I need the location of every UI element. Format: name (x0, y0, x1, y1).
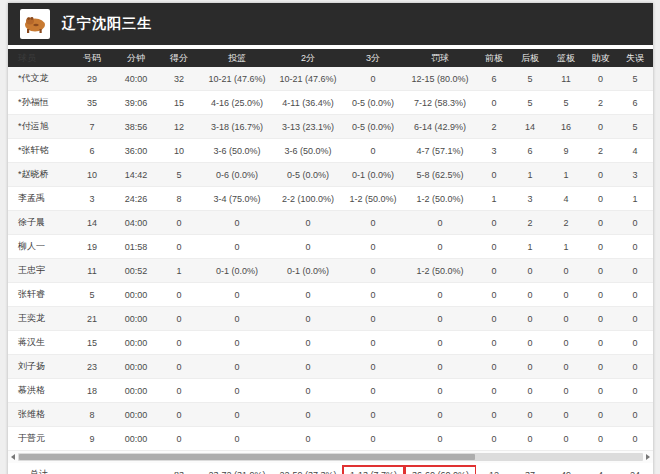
stat-cell: 0 (476, 410, 512, 420)
player-row: 张维格800:000000000000 (8, 403, 653, 427)
stat-cell: 14 (512, 122, 548, 132)
highlighted-stat: 36-60 (60.0%) (404, 465, 476, 474)
stat-cell: 0 (512, 314, 548, 324)
stat-cell: 0 (512, 290, 548, 300)
stat-cell: 19 (70, 242, 114, 252)
player-row: 刘子扬2300:000000000000 (8, 355, 653, 379)
stat-cell: 0 (404, 218, 476, 228)
stat-cell: 10-21 (47.6%) (200, 74, 274, 84)
stat-cell: 3-13 (23.1%) (274, 122, 342, 132)
total-stat-cell: 22-59 (37.3%) (274, 470, 342, 474)
scrollbar-thumb[interactable] (19, 454, 475, 460)
stat-cell: 0 (584, 194, 617, 204)
stat-cell: 0 (476, 98, 512, 108)
stat-cell: 23 (70, 362, 114, 372)
stat-cell: 6-14 (42.9%) (404, 122, 476, 132)
player-name: 张轩睿 (8, 288, 70, 301)
player-name: 刘子扬 (8, 360, 70, 373)
stat-cell: 32 (158, 74, 200, 84)
player-row: 王奕龙2100:000000000000 (8, 307, 653, 331)
stat-cell: 0 (584, 170, 617, 180)
stat-cell: 3-6 (50.0%) (200, 146, 274, 156)
player-row: *孙福恒3539:06154-16 (25.0%)4-11 (36.4%)0-5… (8, 91, 653, 115)
stat-cell: 00:00 (114, 338, 158, 348)
stat-cell: 2 (584, 146, 617, 156)
stat-cell: 0 (200, 386, 274, 396)
player-name: 李孟禹 (8, 192, 70, 205)
scrollbar-left-arrow-icon[interactable] (11, 454, 15, 460)
stat-cell: 0 (617, 314, 653, 324)
stat-cell: 10 (158, 146, 200, 156)
stat-cell: 4-11 (36.4%) (274, 98, 342, 108)
stat-cell: 5 (512, 74, 548, 84)
team-header-bar: 辽宁沈阳三生 (8, 3, 653, 45)
stat-cell: 0 (342, 362, 404, 372)
player-row: *张轩铭636:00103-6 (50.0%)3-6 (50.0%)04-7 (… (8, 139, 653, 163)
stat-cell: 10-21 (47.6%) (274, 74, 342, 84)
stat-cell: 0 (476, 362, 512, 372)
stat-cell: 0 (404, 242, 476, 252)
stat-cell: 10 (70, 170, 114, 180)
scrollbar-right-arrow-icon[interactable] (646, 454, 650, 460)
player-name: *孙福恒 (8, 96, 70, 109)
total-stat-cell: 1-13 (7.7%) (342, 465, 404, 474)
stat-cell: 0 (342, 218, 404, 228)
stat-cell: 0 (200, 362, 274, 372)
stat-cell: 12-15 (80.0%) (404, 74, 476, 84)
stat-cell: 1 (617, 194, 653, 204)
total-stat-cell: 23-72 (31.9%) (200, 470, 274, 474)
stat-cell: 0 (512, 386, 548, 396)
stat-cell: 4 (617, 146, 653, 156)
player-name: 王奕龙 (8, 312, 70, 325)
stat-cell: 0-5 (0.0%) (342, 98, 404, 108)
stat-cell: 6 (70, 146, 114, 156)
stat-cell: 0 (617, 266, 653, 276)
stat-cell: 0 (617, 410, 653, 420)
player-row: 蒋汉生1500:000000000000 (8, 331, 653, 355)
stat-cell: 18 (70, 386, 114, 396)
column-header: 投篮 (200, 52, 274, 65)
stat-cell: 0-1 (0.0%) (342, 170, 404, 180)
stat-cell: 0 (584, 338, 617, 348)
stat-cell: 0 (548, 410, 584, 420)
stat-cell: 0 (617, 362, 653, 372)
stat-cell: 4-16 (25.0%) (200, 98, 274, 108)
stat-cell: 0 (512, 338, 548, 348)
stat-cell: 0 (404, 362, 476, 372)
stat-cell: 0 (158, 434, 200, 444)
stat-cell: 5 (512, 98, 548, 108)
stat-cell: 0 (158, 314, 200, 324)
stat-cell: 3-18 (16.7%) (200, 122, 274, 132)
stat-cell: 36:00 (114, 146, 158, 156)
stat-cell: 0 (512, 434, 548, 444)
player-row: 于普元900:000000000000 (8, 427, 653, 451)
player-row: *付运旭738:56123-18 (16.7%)3-13 (23.1%)0-5 … (8, 115, 653, 139)
total-label: 总计 (8, 468, 70, 474)
stat-cell: 1-2 (50.0%) (342, 194, 404, 204)
stat-cell: 0 (274, 362, 342, 372)
stat-cell: 0 (342, 74, 404, 84)
column-header: 前板 (476, 52, 512, 65)
stat-cell: 0 (200, 290, 274, 300)
stat-cell: 00:00 (114, 290, 158, 300)
stat-cell: 16 (548, 122, 584, 132)
stat-cell: 0 (158, 218, 200, 228)
total-stat-cell: 49 (548, 470, 584, 474)
column-header: 分钟 (114, 52, 158, 65)
stat-cell: 5 (158, 170, 200, 180)
stat-cell: 0 (404, 338, 476, 348)
scrollbar-track[interactable] (18, 453, 643, 461)
stat-cell: 0 (548, 434, 584, 444)
stat-cell: 0 (584, 386, 617, 396)
stat-cell: 0 (274, 338, 342, 348)
player-name: *赵晓桥 (8, 168, 70, 181)
team-stats-card: 辽宁沈阳三生 球员号码分钟得分投篮2分3分罚球前板后板篮板助攻失误 *代文龙29… (8, 3, 653, 474)
stat-cell: 0 (200, 218, 274, 228)
stat-cell: 00:00 (114, 434, 158, 444)
horizontal-scrollbar[interactable] (8, 451, 653, 463)
stat-cell: 00:00 (114, 314, 158, 324)
stat-cell: 0 (584, 290, 617, 300)
stat-cell: 11 (548, 74, 584, 84)
stat-cell: 1-2 (50.0%) (404, 194, 476, 204)
stat-cell: 0 (584, 242, 617, 252)
